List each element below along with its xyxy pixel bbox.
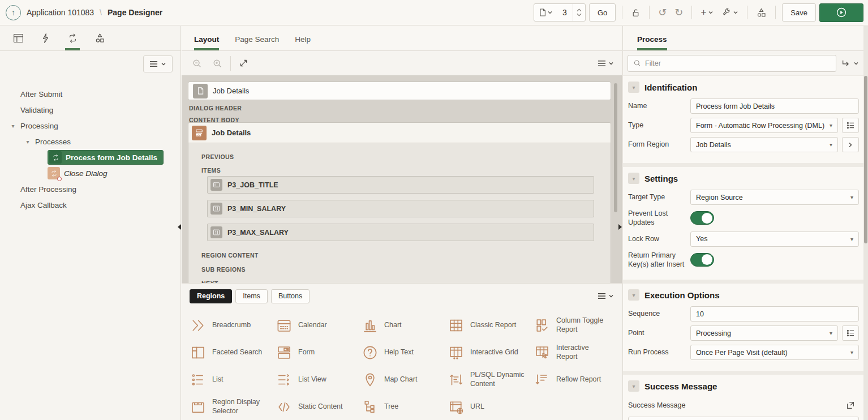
tree-node-close-dialog[interactable]: Close Dialog bbox=[0, 165, 181, 181]
gallery-item-interactive-report[interactable]: Interactive Report bbox=[534, 339, 620, 366]
gallery-item-tree[interactable]: Tree bbox=[362, 393, 448, 420]
gallery-item-map-chart[interactable]: Map Chart bbox=[362, 366, 448, 393]
tab-process[interactable]: Process bbox=[637, 35, 667, 50]
success-message-label-row: Success Message bbox=[628, 397, 859, 413]
tree-node-after-processing[interactable]: After Processing bbox=[0, 181, 181, 197]
tab-layout[interactable]: Layout bbox=[194, 35, 219, 50]
tree-menu-button[interactable] bbox=[143, 55, 173, 72]
target-type-select[interactable]: Region Source▾ bbox=[690, 190, 859, 205]
gallery-item-help-text[interactable]: Help Text bbox=[362, 339, 448, 366]
page-node[interactable]: Job Details bbox=[188, 82, 611, 100]
gallery-tab-regions[interactable]: Regions bbox=[190, 289, 232, 303]
field-label: Form Region bbox=[628, 140, 690, 149]
run-page-button[interactable] bbox=[819, 3, 863, 22]
save-button[interactable]: Save bbox=[782, 3, 816, 22]
tree-node-ajax-callback[interactable]: Ajax Callback bbox=[0, 197, 181, 213]
canvas-scrollbar[interactable] bbox=[614, 83, 617, 212]
tab-help[interactable]: Help bbox=[295, 35, 311, 50]
form-region-goto-button[interactable] bbox=[842, 137, 859, 152]
gallery-item-region-display-selector[interactable]: Region Display Selector bbox=[190, 393, 276, 420]
gallery-item-label: URL bbox=[470, 402, 484, 412]
static-content-icon bbox=[276, 398, 293, 415]
gallery-panel: RegionsItemsButtons BreadcrumbCalendarCh… bbox=[182, 283, 622, 420]
breadcrumb-application[interactable]: Application 101083 bbox=[27, 8, 94, 17]
layout-menu-button[interactable] bbox=[598, 60, 614, 67]
gallery-item-pl-sql-dynamic-content[interactable]: PL/SQL Dynamic Content bbox=[448, 366, 534, 393]
gallery-item-list[interactable]: List bbox=[190, 366, 276, 393]
left-tab-dynamic-actions[interactable] bbox=[34, 26, 57, 50]
sequence-input[interactable] bbox=[690, 306, 859, 322]
layout-item-p3_max_salary[interactable]: P3_MAX_SALARY bbox=[207, 224, 594, 241]
section-success-message-header[interactable]: ▾ Success Message bbox=[628, 380, 859, 392]
gallery-item-interactive-grid[interactable]: Interactive Grid bbox=[448, 339, 534, 366]
gallery-item-breadcrumb[interactable]: Breadcrumb bbox=[190, 312, 276, 339]
left-tab-processing[interactable] bbox=[61, 26, 84, 50]
section-settings-header[interactable]: ▾ Settings bbox=[628, 173, 859, 184]
gallery-item-column-toggle-report[interactable]: Column Toggle Report bbox=[534, 312, 620, 339]
lock-button[interactable] bbox=[629, 6, 643, 20]
gallery-item-calendar[interactable]: Calendar bbox=[276, 312, 362, 339]
radio-list-icon bbox=[846, 329, 855, 337]
form-region-select[interactable]: Job Details▾ bbox=[690, 137, 838, 152]
left-splitter-handle[interactable] bbox=[178, 224, 181, 230]
gallery-item-form[interactable]: Form bbox=[276, 339, 362, 366]
success-message-textarea[interactable] bbox=[628, 417, 859, 420]
chevron-down-icon[interactable]: ▾ bbox=[20, 139, 35, 145]
page-number-input[interactable]: 3 bbox=[557, 8, 573, 17]
page-number-stepper[interactable] bbox=[573, 4, 585, 21]
return-pk-toggle[interactable] bbox=[690, 253, 714, 267]
undo-button[interactable]: ↺ bbox=[656, 5, 669, 20]
section-execution-options-header[interactable]: ▾ Execution Options bbox=[628, 289, 859, 301]
left-tab-shared-components[interactable] bbox=[88, 26, 111, 50]
go-button[interactable]: Go bbox=[589, 3, 616, 22]
left-tab-rendering[interactable] bbox=[7, 26, 29, 50]
goto-group-button[interactable] bbox=[841, 59, 859, 68]
gallery-item-faceted-search[interactable]: Faceted Search bbox=[190, 339, 276, 366]
chevron-down-icon[interactable]: ▾ bbox=[6, 123, 20, 129]
tree-node-after-submit[interactable]: After Submit bbox=[0, 86, 181, 102]
run-process-select[interactable]: Once Per Page Visit (default)▾ bbox=[690, 345, 859, 360]
zoom-in-button[interactable] bbox=[210, 56, 225, 71]
gallery-menu-button[interactable] bbox=[598, 293, 614, 299]
layout-item-p3_job_title[interactable]: P3_JOB_TITLE bbox=[207, 176, 594, 194]
expand-restore-button[interactable] bbox=[237, 56, 251, 70]
type-list-button[interactable] bbox=[842, 118, 859, 133]
section-identification-header[interactable]: ▾ Identification bbox=[628, 82, 859, 93]
region-node[interactable]: Job Details bbox=[188, 123, 611, 143]
gallery-item-static-content[interactable]: Static Content bbox=[276, 393, 362, 420]
gallery-item-chart[interactable]: Chart bbox=[362, 312, 448, 339]
gallery-item-list-view[interactable]: List View bbox=[276, 366, 362, 393]
gallery-item-reflow-report[interactable]: Reflow Report bbox=[534, 366, 620, 393]
redo-button[interactable]: ↻ bbox=[672, 5, 685, 20]
tree-node-processing[interactable]: ▾Processing bbox=[0, 118, 181, 134]
gallery-item-url[interactable]: URL bbox=[448, 393, 534, 420]
layout-item-p3_min_salary[interactable]: P3_MIN_SALARY bbox=[207, 200, 594, 217]
name-input[interactable] bbox=[690, 98, 859, 114]
filter-input[interactable] bbox=[645, 59, 831, 67]
center-panel: LayoutPage SearchHelp Job bbox=[182, 26, 622, 420]
shared-components-button[interactable] bbox=[754, 5, 769, 20]
right-panel-scrollbar[interactable] bbox=[863, 26, 868, 420]
tree-node-validating[interactable]: Validating bbox=[0, 102, 181, 118]
create-menu-button[interactable]: + bbox=[698, 5, 716, 20]
code-editor-button[interactable] bbox=[842, 397, 859, 413]
lock-row-select[interactable]: Yes▾ bbox=[690, 232, 859, 247]
tree-node-process-form-job-details[interactable]: Process form Job Details bbox=[0, 149, 181, 165]
gallery-item-classic-report[interactable]: Classic Report bbox=[448, 312, 534, 339]
point-list-button[interactable] bbox=[842, 325, 859, 341]
gallery-item-label: Static Content bbox=[298, 402, 343, 412]
chevron-down-icon bbox=[608, 61, 614, 66]
type-select[interactable]: Form - Automatic Row Processing (DML)▾ bbox=[690, 118, 838, 133]
utilities-menu-button[interactable] bbox=[719, 6, 741, 20]
tab-page-search[interactable]: Page Search bbox=[235, 35, 279, 50]
tree-node-label: Validating bbox=[20, 106, 53, 114]
point-select[interactable]: Processing▾ bbox=[690, 325, 838, 341]
prevent-lost-updates-toggle[interactable] bbox=[690, 211, 714, 225]
gallery-tab-buttons[interactable]: Buttons bbox=[271, 289, 310, 303]
gallery-tab-items[interactable]: Items bbox=[235, 289, 268, 303]
right-splitter-handle[interactable] bbox=[618, 224, 622, 230]
zoom-out-button[interactable] bbox=[190, 56, 204, 71]
page-finder-button[interactable] bbox=[534, 4, 557, 21]
tree-node-processes[interactable]: ▾Processes bbox=[0, 134, 181, 149]
up-arrow-icon[interactable]: ↑ bbox=[6, 5, 21, 20]
